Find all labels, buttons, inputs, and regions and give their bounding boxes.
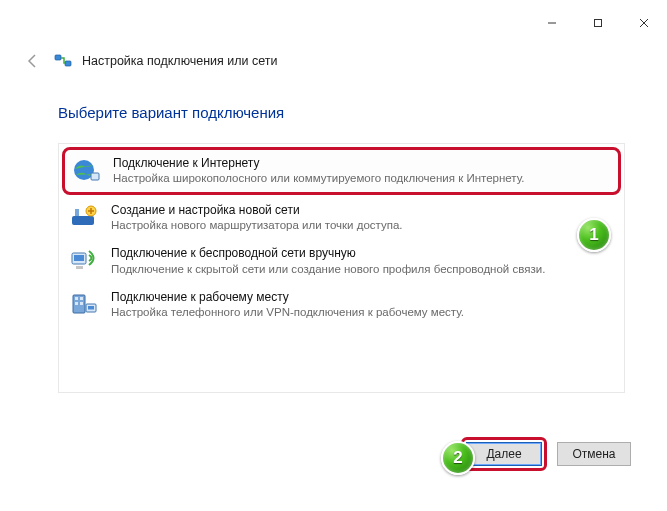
option-desc: Настройка нового маршрутизатора или точк… — [111, 218, 403, 234]
svg-rect-7 — [91, 173, 99, 180]
option-desc: Настройка телефонного или VPN-подключени… — [111, 305, 464, 321]
svg-rect-5 — [65, 61, 71, 66]
svg-rect-20 — [88, 306, 94, 310]
svg-rect-15 — [75, 297, 78, 300]
svg-rect-13 — [76, 266, 83, 269]
svg-rect-4 — [55, 55, 61, 60]
option-manual-wireless[interactable]: Подключение к беспроводной сети вручную … — [61, 239, 622, 283]
svg-rect-1 — [595, 20, 602, 27]
option-title: Подключение к беспроводной сети вручную — [111, 245, 545, 261]
workplace-icon — [69, 289, 99, 319]
callout-badge-2: 2 — [441, 441, 475, 475]
svg-rect-8 — [72, 216, 94, 225]
option-title: Подключение к рабочему месту — [111, 289, 464, 305]
header: Настройка подключения или сети — [0, 38, 667, 78]
svg-rect-12 — [74, 255, 84, 261]
option-setup-new-network[interactable]: Создание и настройка новой сети Настройк… — [61, 196, 622, 240]
option-connect-workplace[interactable]: Подключение к рабочему месту Настройка т… — [61, 283, 622, 327]
footer-buttons: Далее Отмена — [461, 437, 631, 471]
cancel-button-label: Отмена — [572, 447, 615, 461]
callout-badge-1: 1 — [577, 218, 611, 252]
minimize-button[interactable] — [529, 8, 575, 38]
maximize-button[interactable] — [575, 8, 621, 38]
wireless-manual-icon — [69, 245, 99, 275]
router-icon — [69, 202, 99, 232]
svg-rect-14 — [73, 295, 85, 313]
network-center-icon — [54, 52, 72, 70]
content-area: Выберите вариант подключения Подключение… — [0, 78, 667, 393]
globe-icon — [71, 155, 101, 185]
header-title: Настройка подключения или сети — [82, 54, 278, 68]
titlebar — [0, 8, 667, 38]
svg-rect-18 — [80, 302, 83, 305]
close-button[interactable] — [621, 8, 667, 38]
network-setup-wizard-window: Настройка подключения или сети Выберите … — [0, 0, 667, 511]
option-connect-to-internet[interactable]: Подключение к Интернету Настройка широко… — [62, 147, 621, 195]
svg-rect-9 — [75, 209, 79, 216]
option-title: Подключение к Интернету — [113, 155, 524, 171]
option-title: Создание и настройка новой сети — [111, 202, 403, 218]
connection-options-panel: Подключение к Интернету Настройка широко… — [58, 143, 625, 393]
cancel-button[interactable]: Отмена — [557, 442, 631, 466]
back-button[interactable] — [22, 50, 44, 72]
svg-rect-17 — [75, 302, 78, 305]
page-heading: Выберите вариант подключения — [58, 104, 625, 121]
option-desc: Подключение к скрытой сети или создание … — [111, 262, 545, 278]
next-button-label: Далее — [466, 442, 542, 466]
option-desc: Настройка широкополосного или коммутируе… — [113, 171, 524, 187]
svg-rect-16 — [80, 297, 83, 300]
